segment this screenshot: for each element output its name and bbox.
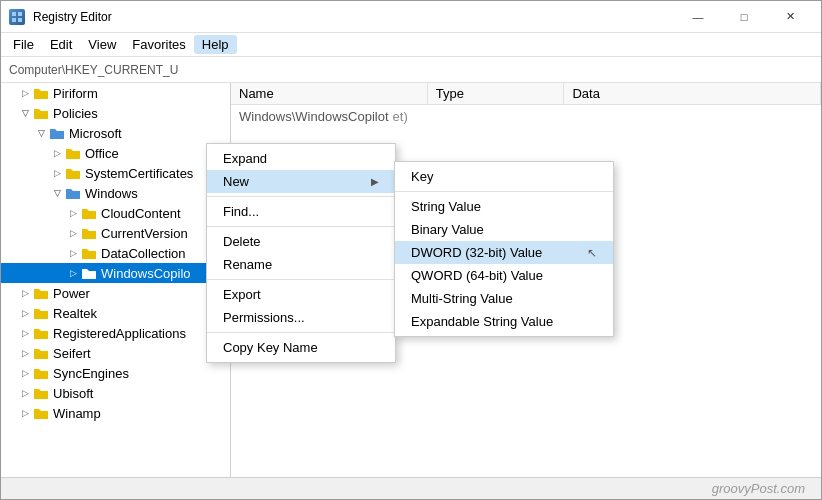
tree-item-ubisoft[interactable]: ▷ Ubisoft xyxy=(1,383,230,403)
folder-icon-policies xyxy=(33,105,49,121)
folder-icon-currentver xyxy=(81,225,97,241)
tree-item-policies[interactable]: ▽ Policies xyxy=(1,103,230,123)
label-systemcerts: SystemCertificates xyxy=(85,166,193,181)
ctx-export-label: Export xyxy=(223,287,261,302)
maximize-button[interactable]: □ xyxy=(721,1,767,33)
label-regapps: RegisteredApplications xyxy=(53,326,186,341)
tree-item-syncengines[interactable]: ▷ SyncEngines xyxy=(1,363,230,383)
arrow-winamp: ▷ xyxy=(17,405,33,421)
folder-icon-power xyxy=(33,285,49,301)
breadcrumb-path: Windows\WindowsCopilot xyxy=(239,109,389,124)
ctx-sep-2 xyxy=(207,226,395,227)
folder-icon-systemcerts xyxy=(65,165,81,181)
folder-icon-windowscopi xyxy=(81,265,97,281)
submenu-key[interactable]: Key xyxy=(395,165,613,188)
svg-rect-3 xyxy=(18,18,22,22)
ctx-copykey[interactable]: Copy Key Name xyxy=(207,336,395,359)
ctx-find-label: Find... xyxy=(223,204,259,219)
ctx-expand-label: Expand xyxy=(223,151,267,166)
svg-rect-1 xyxy=(18,12,22,16)
folder-icon-cloudcontent xyxy=(81,205,97,221)
menu-view[interactable]: View xyxy=(80,35,124,54)
arrow-systemcerts: ▷ xyxy=(49,165,65,181)
menu-favorites[interactable]: Favorites xyxy=(124,35,193,54)
tree-item-piriform[interactable]: ▷ Piriform xyxy=(1,83,230,103)
tree-item-systemcerts[interactable]: ▷ SystemCertificates xyxy=(1,163,230,183)
tree-item-datacollect[interactable]: ▷ DataCollection xyxy=(1,243,230,263)
registry-editor-window: Registry Editor — □ ✕ File Edit View Fav… xyxy=(0,0,822,500)
folder-icon-office xyxy=(65,145,81,161)
tree-item-winamp[interactable]: ▷ Winamp xyxy=(1,403,230,423)
submenu-multistr-label: Multi-String Value xyxy=(411,291,513,306)
submenu-multistr[interactable]: Multi-String Value xyxy=(395,287,613,310)
submenu-sep-1 xyxy=(395,191,613,192)
label-currentver: CurrentVersion xyxy=(101,226,188,241)
arrow-piriform: ▷ xyxy=(17,85,33,101)
arrow-windowscopi: ▷ xyxy=(65,265,81,281)
ctx-copykey-label: Copy Key Name xyxy=(223,340,318,355)
tree-item-cloudcontent[interactable]: ▷ CloudContent xyxy=(1,203,230,223)
submenu-dwordval[interactable]: DWORD (32-bit) Value ↖ xyxy=(395,241,613,264)
menu-edit[interactable]: Edit xyxy=(42,35,80,54)
address-bar: Computer\HKEY_CURRENT_U xyxy=(1,57,821,83)
arrow-regapps: ▷ xyxy=(17,325,33,341)
submenu-strval[interactable]: String Value xyxy=(395,195,613,218)
arrow-office: ▷ xyxy=(49,145,65,161)
tree-item-realtek[interactable]: ▷ Realtek xyxy=(1,303,230,323)
ctx-sep-3 xyxy=(207,279,395,280)
folder-icon-regapps xyxy=(33,325,49,341)
menu-help[interactable]: Help xyxy=(194,35,237,54)
window-controls: — □ ✕ xyxy=(675,1,813,33)
submenu-strval-label: String Value xyxy=(411,199,481,214)
arrow-seifert: ▷ xyxy=(17,345,33,361)
ctx-find[interactable]: Find... xyxy=(207,200,395,223)
submenu-binval[interactable]: Binary Value xyxy=(395,218,613,241)
submenu-expstr[interactable]: Expandable String Value xyxy=(395,310,613,333)
ctx-sep-1 xyxy=(207,196,395,197)
minimize-button[interactable]: — xyxy=(675,1,721,33)
arrow-datacollect: ▷ xyxy=(65,245,81,261)
col-type: Type xyxy=(428,83,565,104)
ctx-rename[interactable]: Rename xyxy=(207,253,395,276)
label-power: Power xyxy=(53,286,90,301)
ctx-expand[interactable]: Expand xyxy=(207,147,395,170)
ctx-perms-label: Permissions... xyxy=(223,310,305,325)
arrow-syncengines: ▷ xyxy=(17,365,33,381)
tree-item-windowscopi[interactable]: ▷ WindowsCopilo xyxy=(1,263,230,283)
label-piriform: Piriform xyxy=(53,86,98,101)
tree-panel[interactable]: ▷ Piriform ▽ Policies ▽ xyxy=(1,83,231,477)
menu-file[interactable]: File xyxy=(5,35,42,54)
ctx-delete[interactable]: Delete xyxy=(207,230,395,253)
close-button[interactable]: ✕ xyxy=(767,1,813,33)
submenu: Key String Value Binary Value DWORD (32-… xyxy=(394,161,614,337)
tree-item-power[interactable]: ▷ Power xyxy=(1,283,230,303)
arrow-realtek: ▷ xyxy=(17,305,33,321)
arrow-ubisoft: ▷ xyxy=(17,385,33,401)
tree-item-windows[interactable]: ▽ Windows xyxy=(1,183,230,203)
submenu-qwordval[interactable]: QWORD (64-bit) Value xyxy=(395,264,613,287)
tree-item-currentver[interactable]: ▷ CurrentVersion xyxy=(1,223,230,243)
arrow-cloudcontent: ▷ xyxy=(65,205,81,221)
window-title: Registry Editor xyxy=(33,10,675,24)
address-path: Computer\HKEY_CURRENT_U xyxy=(9,63,178,77)
folder-icon-syncengines xyxy=(33,365,49,381)
label-realtek: Realtek xyxy=(53,306,97,321)
submenu-key-label: Key xyxy=(411,169,433,184)
folder-icon-winamp xyxy=(33,405,49,421)
label-microsoft: Microsoft xyxy=(69,126,122,141)
ctx-export[interactable]: Export xyxy=(207,283,395,306)
tree-item-seifert[interactable]: ▷ Seifert xyxy=(1,343,230,363)
ctx-rename-label: Rename xyxy=(223,257,272,272)
app-icon xyxy=(9,9,25,25)
tree-item-regapps[interactable]: ▷ RegisteredApplications xyxy=(1,323,230,343)
svg-rect-0 xyxy=(12,12,16,16)
menu-bar: File Edit View Favorites Help xyxy=(1,33,821,57)
tree-item-microsoft[interactable]: ▽ Microsoft xyxy=(1,123,230,143)
ctx-perms[interactable]: Permissions... xyxy=(207,306,395,329)
ctx-new[interactable]: New ▶ xyxy=(207,170,395,193)
label-datacollect: DataCollection xyxy=(101,246,186,261)
arrow-microsoft: ▽ xyxy=(33,125,49,141)
submenu-binval-label: Binary Value xyxy=(411,222,484,237)
arrow-policies: ▽ xyxy=(17,105,33,121)
tree-item-office[interactable]: ▷ Office xyxy=(1,143,230,163)
